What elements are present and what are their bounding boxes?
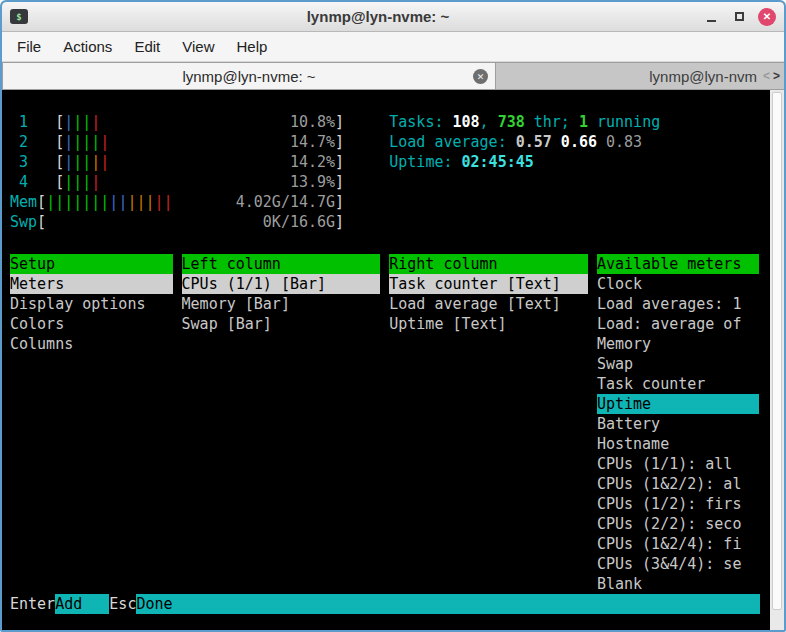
tab-scroll-right-icon[interactable]: > [773, 69, 780, 83]
panel-item[interactable]: CPUs (2/2): seco [597, 514, 760, 534]
close-icon: ✕ [763, 11, 771, 22]
panel-item[interactable]: Colors [10, 314, 173, 334]
app-icon-glyph: $ [16, 12, 21, 22]
menu-item-actions[interactable]: Actions [52, 34, 123, 59]
panel-item[interactable]: Swap [Bar] [182, 314, 381, 334]
meter-value: 14.2% [290, 152, 335, 172]
meter-bar: ||||13.9% [64, 172, 335, 192]
tab-close-icon: ✕ [477, 72, 485, 82]
meter-label: Mem [10, 192, 37, 212]
window-title: lynmp@lyn-nvme: ~ [62, 8, 694, 25]
meter-ticks: |||| [64, 112, 100, 132]
meter-bar: |||||14.7% [64, 132, 335, 152]
minimize-button[interactable] [702, 8, 720, 26]
tabbar: lynmp@lyn-nvme: ~ ✕ lynmp@lyn-nvm < > [2, 62, 784, 90]
meter-label: 3 [10, 152, 55, 172]
titlebar-buttons: ✕ [702, 8, 776, 26]
titlebar[interactable]: $ lynmp@lyn-nvme: ~ ✕ [2, 2, 784, 32]
meter-value: 4.02G/14.7G [236, 192, 335, 212]
htop-meters: 1[||||10.8%]2[|||||14.7%]3[|||||14.2%]4[… [10, 112, 344, 232]
meter-bracket-open: [ [55, 172, 64, 192]
scrollbar[interactable] [770, 90, 784, 630]
menubar: FileActionsEditViewHelp [2, 32, 784, 62]
panel-item[interactable]: Meters [10, 274, 173, 294]
uptime-line: Uptime: 02:45:45 [389, 152, 660, 172]
meter-label: Swp [10, 212, 37, 232]
meter-bracket-close: ] [335, 192, 344, 212]
meter-bracket-close: ] [335, 172, 344, 192]
htop-setup-panels: SetupMetersDisplay optionsColorsColumnsL… [10, 254, 760, 594]
panel-item[interactable]: Load: average of [597, 314, 760, 334]
terminal-app-icon: $ [10, 9, 28, 24]
minimize-icon [707, 20, 716, 22]
panel-item[interactable]: Clock [597, 274, 760, 294]
function-label[interactable]: Done [136, 594, 760, 614]
tab-close-button[interactable]: ✕ [473, 69, 488, 84]
setup-panel-left-column: Left columnCPUs (1/1) [Bar]Memory [Bar]S… [182, 254, 381, 594]
tab-active-title: lynmp@lyn-nvme: ~ [182, 68, 315, 85]
meter-bracket-close: ] [335, 132, 344, 152]
menu-item-file[interactable]: File [6, 34, 52, 59]
meter-bar: ||||||||||||||4.02G/14.7G [46, 192, 335, 212]
panel-item[interactable]: Uptime [597, 394, 760, 414]
meter-value: 10.8% [290, 112, 335, 132]
panel-item[interactable]: Task counter [597, 374, 760, 394]
load-average-line: Load average: 0.57 0.66 0.83 [389, 132, 660, 152]
close-button[interactable]: ✕ [758, 8, 776, 26]
meter-label: 2 [10, 132, 55, 152]
panel-item[interactable]: Load averages: 1 [597, 294, 760, 314]
meter-value: 0K/16.6G [263, 212, 335, 232]
swp-meter: Swp[0K/16.6G] [10, 212, 344, 232]
panel-item[interactable]: CPUs (3&4/4): se [597, 554, 760, 574]
meter-ticks: |||| [64, 172, 100, 192]
setup-panel-available-meters: Available metersClockLoad averages: 1Loa… [597, 254, 760, 594]
panel-item[interactable]: Display options [10, 294, 173, 314]
panel-item[interactable]: Battery [597, 414, 760, 434]
terminal[interactable]: 1[||||10.8%]2[|||||14.7%]3[|||||14.2%]4[… [2, 90, 784, 630]
panel-item[interactable]: Swap [597, 354, 760, 374]
menu-item-edit[interactable]: Edit [123, 34, 171, 59]
tab-scroll-controls: < > [759, 62, 784, 90]
meter-value: 13.9% [290, 172, 335, 192]
meter-ticks: |||||||||||||| [46, 192, 172, 212]
terminal-window: $ lynmp@lyn-nvme: ~ ✕ FileActionsEditVie… [0, 0, 786, 632]
cpu-meter-1: 1[||||10.8%] [10, 112, 344, 132]
scrollbar-thumb[interactable] [772, 92, 782, 610]
panel-item[interactable]: Memory [597, 334, 760, 354]
panel-item[interactable]: Blank [597, 574, 760, 594]
meter-bracket-open: [ [37, 212, 46, 232]
panel-item[interactable]: Columns [10, 334, 173, 354]
cpu-meter-3: 3[|||||14.2%] [10, 152, 344, 172]
panel-item[interactable]: Memory [Bar] [182, 294, 381, 314]
panel-item[interactable]: Hostname [597, 434, 760, 454]
panel-item[interactable]: CPUs (1/1): all [597, 454, 760, 474]
function-label[interactable]: Add [55, 594, 109, 614]
tab-scroll-left-icon[interactable]: < [763, 69, 770, 83]
htop-info: Tasks: 108, 738 thr; 1 runningLoad avera… [389, 112, 660, 232]
mem-meter: Mem[||||||||||||||4.02G/14.7G] [10, 192, 344, 212]
setup-panel-setup: SetupMetersDisplay optionsColorsColumns [10, 254, 173, 594]
panel-item[interactable]: Uptime [Text] [389, 314, 588, 334]
panel-item[interactable]: Task counter [Text] [389, 274, 588, 294]
maximize-button[interactable] [730, 8, 748, 26]
tab-active[interactable]: lynmp@lyn-nvme: ~ ✕ [2, 62, 496, 90]
meter-bracket-open: [ [37, 192, 46, 212]
meter-value: 14.7% [290, 132, 335, 152]
menu-item-view[interactable]: View [171, 34, 225, 59]
panel-item[interactable]: CPUs (1/2): firs [597, 494, 760, 514]
meter-bar: ||||10.8% [64, 112, 335, 132]
meter-bar: |||||14.2% [64, 152, 335, 172]
meter-label: 4 [10, 172, 55, 192]
panel-header: Setup [10, 254, 173, 274]
tab-inactive[interactable]: lynmp@lyn-nvm [496, 62, 759, 90]
setup-panel-right-column: Right columnTask counter [Text]Load aver… [389, 254, 588, 594]
panel-item[interactable]: CPUs (1&2/4): fi [597, 534, 760, 554]
panel-item[interactable]: Load average [Text] [389, 294, 588, 314]
maximize-icon [735, 12, 744, 21]
htop-screen: 1[||||10.8%]2[|||||14.7%]3[|||||14.2%]4[… [2, 90, 770, 630]
meter-bracket-open: [ [55, 112, 64, 132]
cpu-meter-2: 2[|||||14.7%] [10, 132, 344, 152]
panel-item[interactable]: CPUs (1/1) [Bar] [182, 274, 381, 294]
panel-item[interactable]: CPUs (1&2/2): al [597, 474, 760, 494]
menu-item-help[interactable]: Help [225, 34, 278, 59]
